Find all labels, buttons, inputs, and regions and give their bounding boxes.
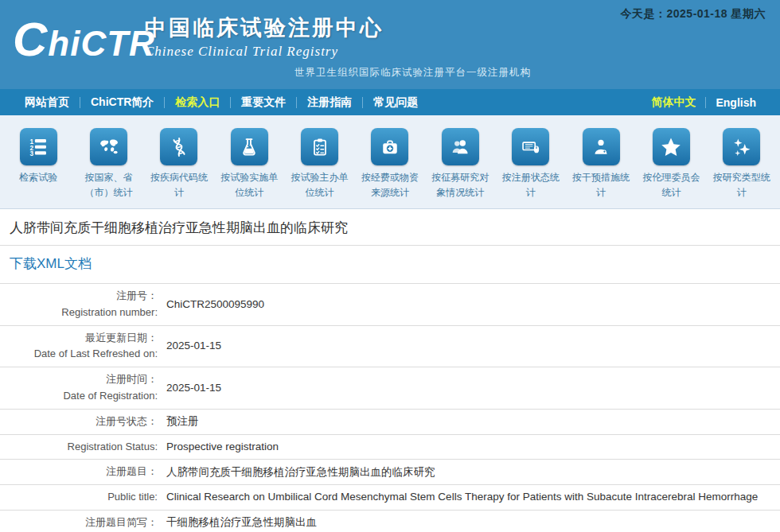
toolbar-item-by-disease-code[interactable]: 按疾病代码统计 [144, 128, 214, 208]
lang-english[interactable]: English [706, 96, 766, 109]
sparkles-icon [723, 128, 760, 165]
star-icon [653, 128, 690, 165]
nav-item-guide[interactable]: 注册指南 [297, 95, 362, 110]
toolbar-item-label: 按伦理委员会统计 [639, 170, 703, 200]
row-registration-status-en: Registration Status: Prospective registr… [0, 434, 780, 460]
toolbar-item-by-study-type[interactable]: 按研究类型统计 [707, 128, 777, 208]
registration-date-value: 2025-01-15 [158, 380, 221, 396]
lang-simplified-chinese[interactable]: 简体中文 [642, 95, 705, 110]
toolbar-item-label: 按疾病代码统计 [147, 170, 211, 200]
today-date: 今天是：2025-01-18 星期六 [620, 7, 766, 21]
toolbar-item-label: 按干预措施统计 [569, 170, 633, 200]
row-label: 注册号： Registration number: [0, 284, 158, 325]
download-xml-link[interactable]: 下载XML文档 [10, 256, 92, 271]
row-registration-status-cn: 注册号状态： 预注册 [0, 409, 780, 434]
row-title-acronym-cn: 注册题目简写： 干细胞移植治疗亚急性期脑出血 [0, 510, 780, 532]
trial-detail-content: 人脐带间充质干细胞移植治疗亚急性期脑出血的临床研究 下载XML文档 注册号： R… [0, 209, 780, 532]
nav-item-home[interactable]: 网站首页 [14, 95, 80, 110]
keyboard-mouse-icon [512, 128, 549, 165]
registration-status-cn-value: 预注册 [158, 414, 199, 429]
toolbar-item-label: 按研究类型统计 [710, 170, 774, 200]
page-title: 人脐带间充质干细胞移植治疗亚急性期脑出血的临床研究 [0, 209, 780, 246]
doctor-icon [583, 128, 620, 165]
site-title-english: Chinese Clinical Trial Registry [145, 44, 384, 60]
dna-icon [160, 128, 197, 165]
toolbar-item-by-funding-source[interactable]: 按经费或物资来源统计 [355, 128, 425, 208]
nav-item-faq[interactable]: 常见问题 [363, 95, 428, 110]
flask-icon [231, 128, 268, 165]
row-public-title-en: Public title: Clinical Research on Umbil… [0, 484, 780, 510]
toolbar-item-search-trials[interactable]: 123 检索试验 [3, 128, 73, 208]
row-registered-title-cn: 注册题目： 人脐带间充质干细胞移植治疗亚急性期脑出血的临床研究 [0, 459, 780, 484]
toolbar-item-by-country-province[interactable]: 按国家、省（市）统计 [74, 128, 144, 208]
toolbar-item-label: 按试验主办单位统计 [288, 170, 352, 200]
row-registration-number: 注册号： Registration number: ChiCTR25000959… [0, 283, 780, 325]
row-label: 注册时间： Date of Registration: [0, 367, 158, 409]
toolbar-item-label: 检索试验 [6, 170, 70, 185]
row-registration-date: 注册时间： Date of Registration: 2025-01-15 [0, 367, 780, 409]
toolbar-item-label: 按注册状态统计 [499, 170, 563, 200]
site-header: 今天是：2025-01-18 星期六 ChiCTR 中国临床试验注册中心 Chi… [0, 0, 780, 89]
toolbar-item-label: 按经费或物资来源统计 [358, 170, 422, 200]
row-label: 最近更新日期： Date of Last Refreshed on: [0, 326, 158, 367]
nav-item-search[interactable]: 检索入口 [165, 95, 230, 110]
registration-number-value: ChiCTR2500095990 [158, 297, 264, 313]
row-label: 注册题目简写： [0, 511, 158, 532]
nav-item-documents[interactable]: 重要文件 [231, 95, 296, 110]
toolbar-item-label: 按试验实施单位统计 [217, 170, 281, 200]
row-label: 注册号状态： [0, 410, 158, 434]
row-label: Public title: [0, 485, 158, 510]
toolbar-item-label: 按征募研究对象情况统计 [428, 170, 492, 200]
toolbar-item-by-ethics-committee[interactable]: 按伦理委员会统计 [636, 128, 706, 208]
statistics-toolbar: 123 检索试验 按国家、省（市）统计 [0, 115, 780, 209]
site-title-chinese: 中国临床试验注册中心 [145, 14, 384, 42]
toolbar-item-by-registration-status[interactable]: 按注册状态统计 [496, 128, 566, 208]
clipboard-icon [301, 128, 338, 165]
row-last-refreshed-date: 最近更新日期： Date of Last Refreshed on: 2025-… [0, 325, 780, 367]
toolbar-item-by-implementing-unit[interactable]: 按试验实施单位统计 [214, 128, 284, 208]
medical-kit-icon [371, 128, 408, 165]
toolbar-item-label: 按国家、省（市）统计 [77, 170, 141, 200]
svg-text:3: 3 [30, 150, 34, 157]
registration-status-en-value: Prospective registration [158, 439, 279, 455]
toolbar-item-by-intervention[interactable]: 按干预措施统计 [566, 128, 636, 208]
title-acronym-cn-value: 干细胞移植治疗亚急性期脑出血 [158, 515, 317, 530]
site-titles: 中国临床试验注册中心 Chinese Clinical Trial Regist… [145, 14, 384, 60]
world-map-icon [90, 128, 127, 165]
public-title-en-value: Clinical Research on Umbilical Cord Mese… [158, 489, 758, 505]
row-label: Registration Status: [0, 435, 158, 460]
people-icon [442, 128, 479, 165]
chictr-logo[interactable]: ChiCTR [13, 16, 155, 64]
toolbar-item-by-recruitment-status[interactable]: 按征募研究对象情况统计 [425, 128, 495, 208]
row-label: 注册题目： [0, 460, 158, 484]
toolbar-item-by-sponsor-unit[interactable]: 按试验主办单位统计 [285, 128, 355, 208]
last-refreshed-date-value: 2025-01-15 [158, 338, 221, 354]
registered-title-cn-value: 人脐带间充质干细胞移植治疗亚急性期脑出血的临床研究 [158, 464, 435, 480]
main-nav: 网站首页 ChiCTR简介 检索入口 重要文件 注册指南 常见问题 简体中文 E… [0, 89, 780, 115]
trial-detail-table: 注册号： Registration number: ChiCTR25000959… [0, 283, 780, 532]
numbered-list-icon: 123 [20, 128, 57, 165]
who-registry-subtitle: 世界卫生组织国际临床试验注册平台一级注册机构 [294, 66, 531, 80]
download-row: 下载XML文档 [0, 246, 780, 283]
nav-item-about[interactable]: ChiCTR简介 [80, 95, 164, 110]
